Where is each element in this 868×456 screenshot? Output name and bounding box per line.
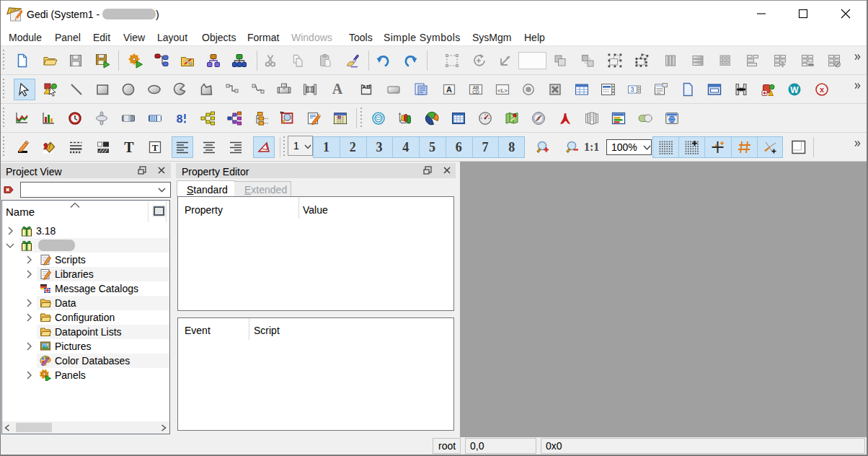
svg-text:A: A	[332, 82, 343, 97]
svg-text:W: W	[790, 85, 799, 95]
svg-text:T: T	[124, 139, 134, 155]
svg-text:CD: CD	[472, 89, 479, 95]
svg-text:x: x	[820, 85, 825, 94]
svg-text:8: 8	[176, 113, 183, 126]
svg-text:3: 3	[630, 86, 634, 93]
svg-text:<L>: <L>	[497, 87, 508, 94]
svg-text:AB: AB	[362, 84, 371, 90]
svg-text:T: T	[152, 142, 159, 153]
svg-text:A: A	[446, 85, 452, 94]
